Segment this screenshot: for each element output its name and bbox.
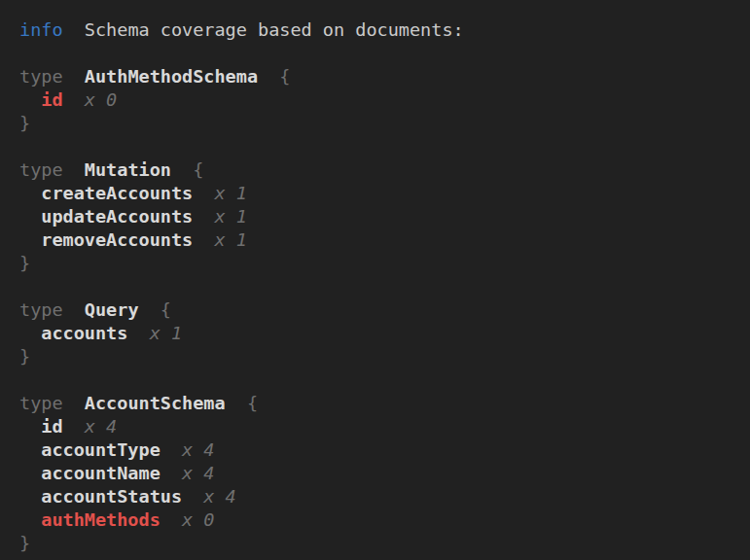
blank-line (19, 368, 738, 392)
field-name: accounts (41, 323, 127, 343)
open-brace: { (161, 299, 171, 320)
field-row: removeAccounts x 1 (19, 228, 738, 252)
type-keyword: type (19, 66, 63, 87)
field-name: accountStatus (41, 486, 182, 507)
type-name: Query (85, 299, 139, 320)
field-usage-count: x 4 (85, 416, 117, 437)
field-usage-count: x 4 (182, 439, 214, 460)
type-header-query: type Query { (19, 298, 738, 322)
log-level-info-label: info (19, 19, 63, 40)
field-usage-count: x 1 (214, 206, 246, 227)
field-row: accountName x 4 (19, 462, 738, 485)
close-brace: } (19, 533, 30, 553)
close-brace: } (19, 113, 30, 133)
field-name: accountName (41, 463, 161, 483)
terminal-output: info Schema coverage based on documents:… (0, 0, 750, 560)
blank-line (19, 42, 738, 65)
field-row: updateAccounts x 1 (19, 205, 738, 228)
field-usage-count: x 1 (150, 323, 182, 343)
field-usage-count: x 1 (214, 229, 246, 250)
field-name: id (41, 416, 62, 437)
type-keyword: type (19, 299, 63, 320)
field-name: removeAccounts (41, 229, 193, 250)
field-name: createAccounts (41, 183, 193, 203)
field-usage-count: x 0 (85, 89, 117, 110)
field-name: id (41, 89, 62, 110)
close-brace: } (19, 346, 30, 367)
field-usage-count: x 1 (214, 183, 246, 203)
field-row: accountStatus x 4 (19, 485, 738, 508)
log-message: Schema coverage based on documents: (85, 19, 464, 40)
field-name: accountType (41, 439, 161, 460)
open-brace: { (193, 159, 203, 180)
field-row: authMethods x 0 (19, 508, 738, 532)
type-header-mutation: type Mutation { (19, 158, 738, 182)
open-brace: { (279, 66, 290, 87)
field-row: accountType x 4 (19, 438, 738, 462)
type-footer: } (19, 345, 738, 368)
type-name: AccountSchema (85, 393, 226, 413)
blank-line (19, 275, 738, 298)
type-name: AuthMethodSchema (85, 66, 258, 87)
close-brace: } (19, 253, 30, 273)
type-header-authmethodschema: type AuthMethodSchema { (19, 65, 738, 88)
field-row: accounts x 1 (19, 322, 738, 345)
open-brace: { (247, 393, 258, 413)
type-keyword: type (19, 393, 63, 413)
field-row: createAccounts x 1 (19, 182, 738, 205)
type-name: Mutation (85, 159, 171, 180)
field-usage-count: x 0 (182, 509, 214, 530)
field-row: id x 4 (19, 415, 738, 438)
blank-line (19, 135, 738, 158)
type-footer: } (19, 252, 738, 275)
type-footer: } (19, 112, 738, 135)
type-footer: } (19, 532, 738, 555)
log-info-line: info Schema coverage based on documents: (19, 18, 738, 42)
field-name: authMethods (41, 509, 161, 530)
type-header-accountschema: type AccountSchema { (19, 392, 738, 415)
field-usage-count: x 4 (203, 486, 235, 507)
field-name: updateAccounts (41, 206, 193, 227)
field-row: id x 0 (19, 88, 738, 112)
type-keyword: type (19, 159, 63, 180)
field-usage-count: x 4 (182, 463, 214, 483)
